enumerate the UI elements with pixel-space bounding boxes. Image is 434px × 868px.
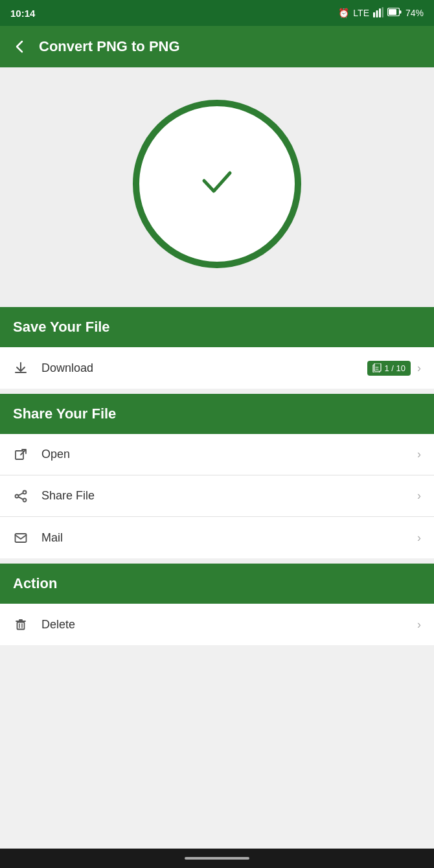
save-section-header: Save Your File [0,307,434,347]
action-section-title: Action [13,575,57,591]
battery-icon [387,8,402,18]
mail-item[interactable]: Mail › [0,517,434,558]
success-circle [133,100,301,268]
success-area [0,67,434,307]
open-item[interactable]: Open › [0,434,434,475]
back-button[interactable] [10,38,29,56]
svg-rect-9 [16,451,23,459]
delete-item[interactable]: Delete › [0,604,434,645]
svg-rect-2 [379,8,381,17]
open-icon [13,448,29,461]
lte-label: LTE [353,8,369,18]
status-right: ⏰ LTE 74% [338,7,424,19]
share-icon [13,490,29,503]
share-file-chevron: › [417,489,421,503]
svg-point-11 [16,494,19,497]
page-title: Convert PNG to PNG [39,38,180,55]
mail-chevron: › [417,531,421,545]
share-section: Share Your File Open › Share File › [0,394,434,558]
share-section-header: Share Your File [0,394,434,434]
open-label: Open [41,448,417,461]
alarm-icon: ⏰ [338,8,349,18]
badge-text: 1 / 10 [384,363,405,373]
top-bar: Convert PNG to PNG [0,26,434,67]
signal-icon [373,7,383,19]
svg-point-10 [23,490,27,494]
status-bar: 10:14 ⏰ LTE 74% [0,0,434,26]
save-section: Save Your File Download 1 / 10 › [0,307,434,389]
download-item[interactable]: Download 1 / 10 › [0,347,434,389]
svg-rect-3 [382,7,383,17]
svg-rect-5 [389,9,396,15]
trash-icon [13,618,29,631]
svg-rect-15 [16,534,27,542]
mail-icon [13,531,29,544]
status-time: 10:14 [10,8,35,19]
battery-label: 74% [405,8,424,18]
svg-point-12 [23,498,27,501]
delete-chevron: › [417,618,421,632]
action-section-header: Action [0,564,434,604]
save-section-title: Save Your File [13,319,110,335]
download-chevron: › [417,361,421,375]
svg-rect-0 [373,12,375,17]
svg-line-13 [18,493,23,496]
bottom-nav-bar [0,849,434,868]
download-label: Download [41,361,367,375]
svg-rect-6 [399,10,401,14]
download-icon [13,361,29,375]
open-chevron: › [417,448,421,461]
share-file-label: Share File [41,489,417,503]
mail-label: Mail [41,531,417,545]
download-badge: 1 / 10 [367,361,411,376]
delete-label: Delete [41,618,417,632]
svg-rect-1 [376,10,378,17]
share-section-title: Share Your File [13,405,116,422]
svg-line-14 [18,497,23,499]
share-file-item[interactable]: Share File › [0,475,434,517]
svg-rect-16 [17,622,25,630]
action-section: Action Delete › [0,564,434,645]
bottom-indicator [185,857,249,860]
checkmark-icon [191,155,243,214]
